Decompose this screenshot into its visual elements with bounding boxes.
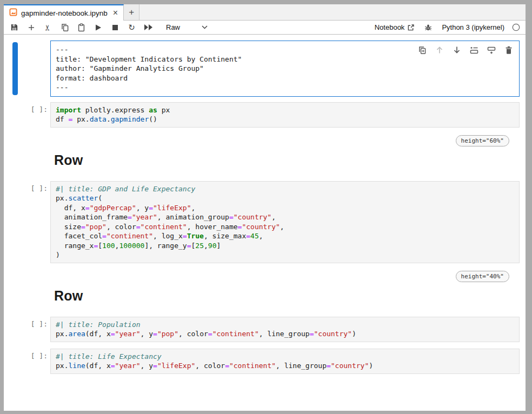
- height-badge: height="60%": [456, 135, 509, 146]
- markdown-rendered[interactable]: height="60%" Row: [50, 133, 520, 177]
- notebook-panel: ---title: "Development Indicators by Con…: [4, 35, 526, 411]
- cell-markdown-row1: height="60%" Row: [4, 133, 526, 177]
- restart-kernel-icon[interactable]: ↻: [127, 23, 136, 32]
- save-button[interactable]: [10, 23, 19, 32]
- insert-cell-above-icon[interactable]: [469, 45, 478, 55]
- copy-cells-icon[interactable]: [60, 23, 69, 32]
- restart-run-all-icon[interactable]: [144, 23, 153, 32]
- cell-toolbar: [417, 45, 513, 55]
- cell-type-dropdown[interactable]: Raw: [166, 23, 208, 31]
- code-cell-editor[interactable]: #| title: GDP and Life Expectancypx.scat…: [50, 181, 520, 263]
- tab-gapminder-notebook[interactable]: gapminder-notebook.ipynb ×: [4, 4, 124, 21]
- external-link-icon: [407, 24, 415, 31]
- cell-code-line: [ ]: #| title: Life Expectancypx.line(df…: [4, 349, 526, 374]
- paste-cells-icon[interactable]: [77, 23, 86, 32]
- delete-cell-icon[interactable]: [504, 45, 513, 55]
- notebook-file-icon: [9, 8, 17, 18]
- duplicate-cell-icon[interactable]: [417, 45, 427, 55]
- code-cell-source[interactable]: #| title: GDP and Life Expectancypx.scat…: [56, 184, 514, 260]
- close-tab-icon[interactable]: ×: [112, 9, 118, 17]
- cell-code-scatter: [ ]: #| title: GDP and Life Expectancypx…: [4, 181, 526, 263]
- cell-type-value: Raw: [166, 23, 184, 31]
- run-cell-icon[interactable]: [94, 23, 103, 32]
- cell-collapser[interactable]: [12, 42, 18, 95]
- cell-raw-frontmatter: ---title: "Development Indicators by Con…: [4, 41, 526, 97]
- chevron-down-icon: [202, 25, 208, 29]
- cell-prompt: [ ]:: [4, 102, 50, 113]
- row-heading: Row: [54, 288, 520, 304]
- insert-cell-icon[interactable]: [26, 23, 36, 32]
- code-cell-source[interactable]: #| title: Life Expectancypx.line(df, x="…: [56, 352, 514, 371]
- code-cell-editor[interactable]: #| title: Populationpx.area(df, x="year"…: [50, 317, 520, 342]
- debugger-toggle[interactable]: [424, 24, 432, 31]
- notebook-toolbar: ✂ ↻: [4, 21, 526, 35]
- notebook-view-switch[interactable]: Notebook: [375, 23, 415, 31]
- cell-prompt: [ ]:: [4, 349, 50, 360]
- markdown-rendered[interactable]: height="40%" Row: [50, 269, 520, 312]
- kernel-name[interactable]: Python 3 (ipykernel): [442, 23, 504, 31]
- kernel-status-icon[interactable]: [512, 23, 520, 31]
- cell-markdown-row2: height="40%" Row: [4, 269, 526, 312]
- cell-prompt: [ ]:: [4, 181, 50, 192]
- code-cell-source[interactable]: #| title: Populationpx.area(df, x="year"…: [56, 320, 514, 339]
- insert-cell-below-icon[interactable]: [487, 45, 496, 55]
- row-heading: Row: [54, 152, 520, 168]
- move-cell-down-icon[interactable]: [452, 45, 461, 55]
- height-badge: height="40%": [456, 271, 509, 282]
- cut-cells-icon[interactable]: ✂: [43, 23, 52, 32]
- cell-prompt: [ ]:: [4, 317, 50, 328]
- cell-code-import: [ ]: import plotly.express as pxdf = px.…: [4, 102, 526, 128]
- raw-cell-editor[interactable]: ---title: "Development Indicators by Con…: [50, 41, 520, 97]
- window-frame: gapminder-notebook.ipynb × +: [0, 0, 532, 414]
- notebook-view-label: Notebook: [375, 23, 405, 31]
- tab-title: gapminder-notebook.ipynb: [21, 9, 108, 17]
- interrupt-kernel-icon[interactable]: [110, 23, 119, 32]
- jupyterlab-window: gapminder-notebook.ipynb × +: [4, 4, 526, 411]
- debugger-bug-icon: [424, 24, 432, 31]
- code-cell-editor[interactable]: #| title: Life Expectancypx.line(df, x="…: [50, 349, 520, 374]
- code-cell-editor[interactable]: import plotly.express as pxdf = px.data.…: [50, 102, 520, 128]
- cell-code-area: [ ]: #| title: Populationpx.area(df, x="…: [4, 317, 526, 342]
- new-tab-button[interactable]: +: [124, 4, 139, 20]
- tab-bar: gapminder-notebook.ipynb × +: [4, 4, 526, 21]
- code-cell-source[interactable]: import plotly.express as pxdf = px.data.…: [56, 105, 514, 124]
- move-cell-up-icon[interactable]: [435, 45, 444, 55]
